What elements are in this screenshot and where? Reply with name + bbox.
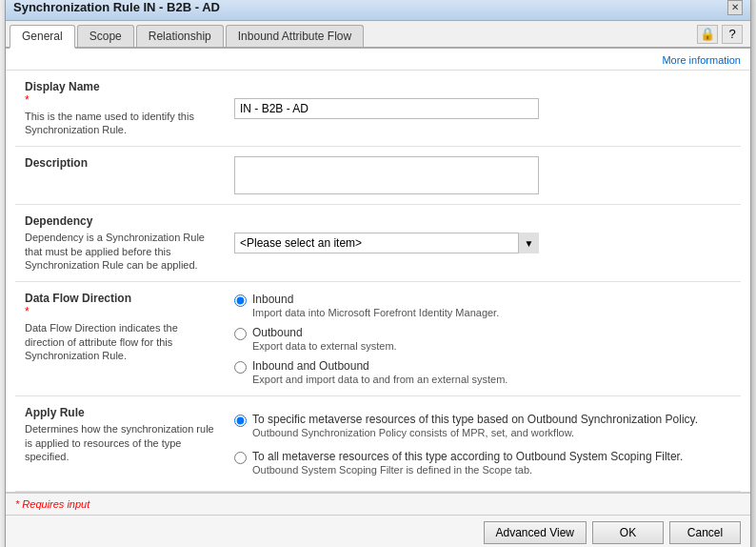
description-row: Description <box>15 147 741 205</box>
radio-inbound-label-wrap: Inbound Import data into Microsoft Foref… <box>252 293 499 318</box>
apply-specific-label-wrap: To specific metaverse resources of this … <box>252 413 698 438</box>
apply-rule-row: Apply Rule Determines how the synchroniz… <box>15 396 741 492</box>
tab-relationship[interactable]: Relationship <box>136 25 224 47</box>
apply-rule-hint: Determines how the synchronization rule … <box>25 422 215 463</box>
close-button[interactable]: ✕ <box>727 0 743 15</box>
window-title: Synchronization Rule IN - B2B - AD <box>13 0 220 14</box>
data-flow-required: * <box>25 305 30 318</box>
data-flow-label-col: Data Flow Direction * Data Flow Directio… <box>15 282 225 395</box>
radio-apply-specific[interactable] <box>234 415 247 427</box>
main-window: Synchronization Rule IN - B2B - AD ✕ Gen… <box>5 0 751 547</box>
radio-inbound-item: Inbound Import data into Microsoft Foref… <box>234 293 731 318</box>
footer-area: * Requires input Advanced View OK Cancel <box>6 492 750 547</box>
apply-specific-hint: Outbound Synchronization Policy consists… <box>252 427 698 438</box>
display-name-required: * <box>25 93 30 107</box>
display-name-control <box>225 71 741 147</box>
help-icon-btn[interactable]: ? <box>722 25 743 44</box>
dependency-label: Dependency <box>25 214 215 228</box>
cancel-button[interactable]: Cancel <box>669 521 741 544</box>
title-bar: Synchronization Rule IN - B2B - AD ✕ <box>6 0 750 21</box>
radio-outbound-hint: Export data to external system. <box>252 340 397 352</box>
tabs-bar: General Scope Relationship Inbound Attri… <box>6 21 750 49</box>
tab-general[interactable]: General <box>10 25 75 49</box>
more-info-bar: More information <box>6 52 750 71</box>
data-flow-label: Data Flow Direction <box>25 292 215 305</box>
radio-inbound-hint: Import data into Microsoft Forefront Ide… <box>252 307 499 318</box>
display-name-input[interactable] <box>234 98 539 119</box>
radio-apply-all[interactable] <box>234 452 247 464</box>
radio-inbound-outbound[interactable] <box>234 361 247 374</box>
requires-label: * Requires input <box>15 498 90 510</box>
radio-inbound-outbound-label: Inbound and Outbound <box>252 359 507 373</box>
description-input[interactable] <box>234 156 539 194</box>
dependency-hint: Dependency is a Synchronization Rule tha… <box>25 231 215 272</box>
radio-inbound-outbound-hint: Export and import data to and from an ex… <box>252 374 507 385</box>
data-flow-radio-group: Inbound Import data into Microsoft Foref… <box>234 293 731 385</box>
radio-inbound[interactable] <box>234 294 247 307</box>
dependency-label-col: Dependency Dependency is a Synchronizati… <box>15 205 225 281</box>
help-icon: ? <box>728 27 735 41</box>
description-label-col: Description <box>15 147 225 204</box>
radio-inbound-outbound-item: Inbound and Outbound Export and import d… <box>234 359 731 385</box>
apply-rule-label: Apply Rule <box>25 406 215 419</box>
radio-inbound-outbound-label-wrap: Inbound and Outbound Export and import d… <box>252 359 507 385</box>
data-flow-hint: Data Flow Direction indicates the direct… <box>25 321 215 362</box>
data-flow-control: Inbound Import data into Microsoft Foref… <box>225 282 741 395</box>
radio-outbound-item: Outbound Export data to external system. <box>234 326 731 352</box>
dependency-select[interactable]: <Please select an item> <box>234 233 539 253</box>
apply-specific-label: To specific metaverse resources of this … <box>252 413 698 426</box>
dependency-control: <Please select an item> ▼ <box>225 205 741 281</box>
data-flow-row: Data Flow Direction * Data Flow Directio… <box>15 282 741 396</box>
toolbar-icons: 🔒 ? <box>697 25 746 47</box>
tab-inbound[interactable]: Inbound Attribute Flow <box>226 25 364 47</box>
description-control <box>225 147 741 204</box>
more-info-link[interactable]: More information <box>662 54 741 66</box>
button-row: Advanced View OK Cancel <box>6 515 750 547</box>
content-area: More information Display Name * This is … <box>6 49 750 492</box>
apply-all-label: To all metaverse resources of this type … <box>252 450 683 463</box>
apply-all-item: To all metaverse resources of this type … <box>234 450 731 476</box>
dependency-select-wrap: <Please select an item> ▼ <box>234 233 539 253</box>
star-icon: 🔒 <box>700 27 715 41</box>
ok-button[interactable]: OK <box>592 521 664 544</box>
description-label: Description <box>25 156 215 170</box>
apply-all-hint: Outbound System Scoping Filter is define… <box>252 464 683 476</box>
radio-outbound[interactable] <box>234 328 247 340</box>
display-name-label: Display Name <box>25 80 215 93</box>
display-name-label-col: Display Name * This is the name used to … <box>15 71 225 147</box>
advanced-view-button[interactable]: Advanced View <box>484 521 587 544</box>
radio-outbound-label: Outbound <box>252 326 397 339</box>
apply-specific-item: To specific metaverse resources of this … <box>234 413 731 438</box>
tab-scope[interactable]: Scope <box>77 25 134 47</box>
radio-inbound-label: Inbound <box>252 293 499 306</box>
apply-rule-radio-group: To specific metaverse resources of this … <box>234 413 731 476</box>
requires-row: * Requires input <box>6 494 750 515</box>
display-name-row: Display Name * This is the name used to … <box>15 71 741 148</box>
apply-rule-control: To specific metaverse resources of this … <box>225 396 741 491</box>
apply-rule-label-col: Apply Rule Determines how the synchroniz… <box>15 396 225 491</box>
apply-all-label-wrap: To all metaverse resources of this type … <box>252 450 683 476</box>
form-area: Display Name * This is the name used to … <box>6 71 750 492</box>
display-name-hint: This is the name used to identify this S… <box>25 110 215 137</box>
radio-outbound-label-wrap: Outbound Export data to external system. <box>252 326 397 352</box>
dependency-row: Dependency Dependency is a Synchronizati… <box>15 205 741 282</box>
star-icon-btn[interactable]: 🔒 <box>697 25 718 44</box>
